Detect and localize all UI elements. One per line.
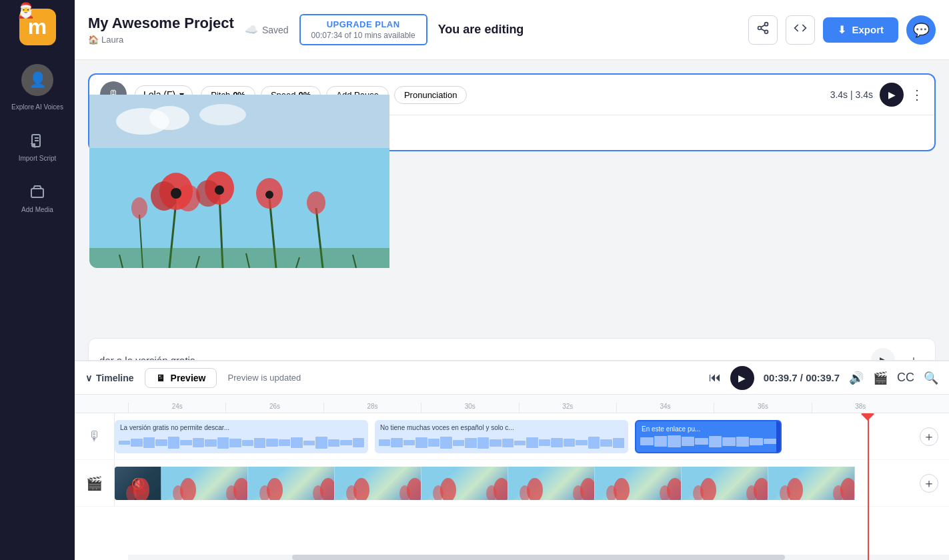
upgrade-label: UPGRADE PLAN bbox=[327, 19, 400, 29]
sidebar-item-explore-label: Explore AI Voices bbox=[6, 103, 69, 111]
timeline-time: 00:39.7 / 00:39.7 bbox=[764, 372, 840, 383]
waveform-2 bbox=[375, 436, 628, 449]
svg-line-7 bbox=[762, 29, 766, 31]
timeline-label: Timeline bbox=[96, 373, 134, 383]
video-frame-1: 🔇 bbox=[115, 467, 161, 500]
svg-point-5 bbox=[758, 27, 762, 30]
sidebar-import-label: Import Script bbox=[13, 154, 62, 163]
ruler-tick-30: 30s bbox=[421, 403, 518, 413]
audio-clip-1[interactable]: La versión gratis no permite descar... bbox=[115, 420, 368, 453]
svg-rect-30 bbox=[89, 248, 389, 268]
topbar: My Awesome Project 🏠 Laura ☁️ Saved UPGR… bbox=[75, 0, 949, 60]
ruler-tick-36: 36s bbox=[714, 403, 811, 413]
waveform-1 bbox=[115, 436, 368, 449]
audio-track-row: 🎙 La versión gratis no permite descar... bbox=[75, 413, 949, 460]
audio-clip-3[interactable]: En este enlace pu... bbox=[635, 420, 782, 453]
ruler-tick-38: 38s bbox=[812, 403, 909, 413]
monitor-icon: 🖥 bbox=[156, 373, 165, 383]
preview-status: Preview is updated bbox=[227, 373, 301, 383]
logo-box: 🎅 m bbox=[19, 9, 56, 45]
home-icon: 🏠 bbox=[88, 35, 99, 45]
sidebar-media-label: Add Media bbox=[16, 205, 59, 214]
play-block-button[interactable]: ▶ bbox=[880, 83, 904, 107]
text-block-text[interactable]: der a la versión gratis bbox=[99, 355, 863, 361]
project-title-col: My Awesome Project 🏠 Laura bbox=[88, 15, 234, 45]
video-frame-9 bbox=[768, 467, 855, 500]
add-to-block2-button[interactable]: ＋ bbox=[903, 349, 924, 360]
more-options-button[interactable]: ⋮ bbox=[910, 87, 924, 103]
video-track-icon: 🎬 bbox=[75, 460, 115, 506]
video-frame-6 bbox=[508, 467, 595, 500]
poppy-svg bbox=[89, 95, 389, 268]
export-button[interactable]: ⬇ Export bbox=[823, 17, 898, 43]
preview-label: Preview bbox=[171, 373, 206, 383]
film-button[interactable]: 🎬 bbox=[873, 371, 888, 385]
pronunciation-label: Pronunciation bbox=[404, 90, 457, 100]
audio-clip-1-label: La versión gratis no permite descar... bbox=[120, 424, 229, 431]
you-editing-label: You are editing bbox=[438, 22, 524, 37]
skip-back-button[interactable]: ⏮ bbox=[709, 371, 721, 385]
timeline-controls: ⏮ ▶ 00:39.7 / 00:39.7 🔊 🎬 CC 🔍 bbox=[709, 366, 938, 390]
sidebar-item-avatar[interactable]: 👤 Explore AI Voices bbox=[0, 53, 75, 122]
add-audio-clip-button[interactable]: ＋ bbox=[920, 427, 938, 446]
audio-clip-2-label: No tiene muchas voces en español y solo … bbox=[380, 424, 514, 431]
timeline-scrollbar[interactable] bbox=[128, 555, 949, 560]
pronunciation-control[interactable]: Pronunciation bbox=[394, 86, 467, 104]
svg-point-12 bbox=[149, 106, 189, 130]
video-clip-1[interactable]: 🔇 bbox=[115, 467, 882, 500]
code-button[interactable] bbox=[786, 15, 815, 45]
sidebar-item-import[interactable]: Import Script bbox=[0, 122, 75, 173]
time-total: 00:39.7 bbox=[806, 372, 840, 383]
timeline-ruler: 24s 26s 28s 30s 32s 34s 36s 38s bbox=[75, 395, 949, 413]
svg-point-28 bbox=[131, 197, 147, 219]
timeline-toggle[interactable]: ∨ Timeline bbox=[85, 373, 134, 383]
home-link[interactable]: 🏠 Laura bbox=[88, 35, 234, 45]
video-frame-4 bbox=[335, 467, 421, 500]
code-icon bbox=[794, 21, 807, 38]
time-value: 3.4s | 3.4s bbox=[830, 89, 873, 100]
share-button[interactable] bbox=[748, 15, 778, 45]
mute-icon: 🔇 bbox=[115, 467, 161, 500]
video-frame-5 bbox=[421, 467, 508, 500]
svg-point-22 bbox=[171, 188, 181, 199]
voice-block-1: 🎙 Lola (F) ▾ Pitch 0% Speed 0% Add Pa bbox=[88, 73, 936, 151]
audio-track-content[interactable]: La versión gratis no permite descar... bbox=[115, 413, 949, 459]
svg-point-21 bbox=[176, 185, 200, 211]
add-video-clip-button[interactable]: ＋ bbox=[920, 474, 938, 493]
ruler-tick-26: 26s bbox=[225, 403, 323, 413]
sidebar-item-media[interactable]: Add Media bbox=[0, 173, 75, 225]
chat-button[interactable]: 💬 bbox=[906, 15, 936, 45]
timeline-play-button[interactable]: ▶ bbox=[730, 366, 754, 390]
scrollbar-thumb[interactable] bbox=[292, 555, 785, 560]
video-track-content[interactable]: 🔇 ＋ bbox=[115, 460, 949, 506]
flower-image bbox=[89, 95, 389, 268]
upgrade-sub: 00:07:34 of 10 mins available bbox=[311, 31, 415, 40]
santa-hat-icon: 🎅 bbox=[17, 2, 35, 19]
video-frame-3 bbox=[248, 467, 335, 500]
time-current: 00:39.7 bbox=[764, 372, 798, 383]
ruler-tick-34: 34s bbox=[616, 403, 714, 413]
play-block2-button[interactable]: ▶ bbox=[871, 348, 895, 360]
text-block-2: der a la versión gratis ▶ ＋ bbox=[88, 338, 936, 360]
app-logo[interactable]: 🎅 m bbox=[0, 0, 75, 53]
video-frame-7 bbox=[595, 467, 682, 500]
editor-area: 🎙 Lola (F) ▾ Pitch 0% Speed 0% Add Pa bbox=[75, 60, 949, 360]
video-frame-8 bbox=[682, 467, 768, 500]
cc-button[interactable]: CC bbox=[897, 371, 914, 385]
time-display: 3.4s | 3.4s ▶ ⋮ bbox=[830, 83, 924, 107]
user-avatar: 👤 bbox=[21, 64, 53, 96]
topbar-actions: ⬇ Export 💬 bbox=[748, 15, 936, 45]
upgrade-button[interactable]: UPGRADE PLAN 00:07:34 of 10 mins availab… bbox=[299, 14, 427, 45]
chat-icon: 💬 bbox=[913, 22, 930, 38]
timeline-tracks: 🎙 La versión gratis no permite descar... bbox=[75, 413, 949, 560]
user-name-label: Laura bbox=[101, 35, 123, 45]
download-icon: ⬇ bbox=[838, 24, 846, 36]
search-button[interactable]: 🔍 bbox=[924, 371, 938, 385]
sidebar: 🎅 m 👤 Explore AI Voices Import Script Ad… bbox=[0, 0, 75, 560]
preview-button[interactable]: 🖥 Preview bbox=[145, 368, 217, 388]
svg-point-29 bbox=[307, 191, 325, 214]
audio-clip-2[interactable]: No tiene muchas voces en español y solo … bbox=[375, 420, 628, 453]
volume-button[interactable]: 🔊 bbox=[849, 371, 864, 385]
audio-clip-3-label: En este enlace pu... bbox=[642, 425, 700, 433]
add-media-icon bbox=[29, 184, 45, 201]
